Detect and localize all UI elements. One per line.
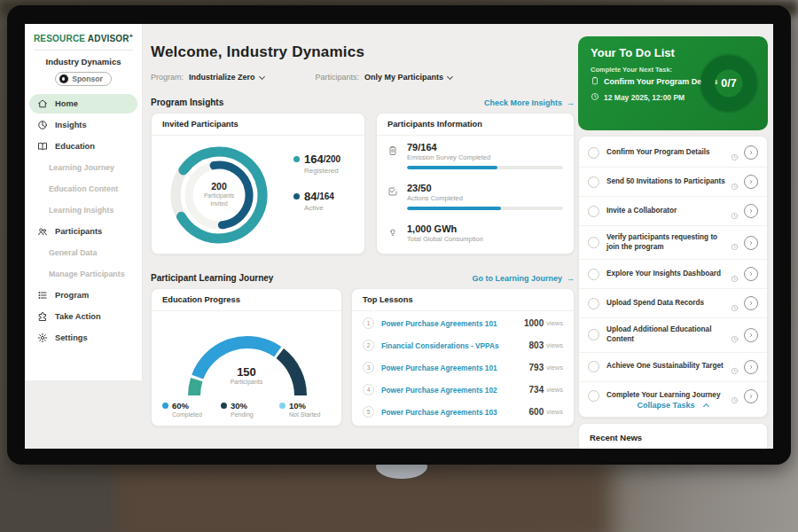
todo-due: 12 May 2025, 12:00 PM	[591, 92, 685, 103]
task-checkbox[interactable]	[588, 147, 599, 159]
task-checkbox[interactable]	[588, 269, 599, 280]
task-row[interactable]: Confirm Your Program Details	[579, 138, 767, 168]
collapse-tasks-label: Collapse Tasks	[638, 401, 695, 410]
task-row[interactable]: Send 50 Invitations to Participants	[579, 168, 767, 197]
participants-information-card: Participants Information 79/164 Emission…	[376, 113, 575, 254]
program-filter[interactable]: Industrialize Zero	[189, 73, 264, 82]
sidebar-item-manage-participants[interactable]: Manage Participants	[29, 264, 137, 284]
lesson-title-link[interactable]: Power Purchase Agreements 103	[381, 408, 529, 417]
sidebar-item-learning-insights[interactable]: Learning Insights	[29, 200, 137, 220]
lesson-views: 803	[529, 340, 544, 350]
task-label: Confirm Your Program Details	[606, 148, 731, 158]
legend-item: 30% Pending	[221, 401, 279, 418]
task-open-button[interactable]	[744, 204, 758, 218]
todo-tasks-card: Confirm Your Program Details Send 50 Inv…	[578, 136, 768, 418]
task-checkbox[interactable]	[588, 176, 599, 188]
task-due-icon	[731, 239, 739, 246]
lesson-title-link[interactable]: Power Purchase Agreements 101	[381, 319, 524, 328]
task-checkbox[interactable]	[588, 237, 599, 248]
task-row[interactable]: Upload Spend Data Records	[579, 289, 767, 318]
insights-icon	[37, 120, 48, 130]
task-label: Upload Spend Data Records	[606, 299, 731, 309]
sidebar-item-general-data[interactable]: General Data	[29, 243, 137, 262]
check-more-insights-label: Check More Insights	[484, 98, 562, 107]
gauge-legend: 60% Completed 30% Pending 10% Not Starte…	[162, 401, 338, 418]
lesson-views-suffix: views	[546, 364, 563, 372]
lesson-title-link[interactable]: Financial Considerations - VPPAs	[381, 341, 529, 350]
sidebar-nav: Home Insights Education Learning Journey…	[25, 94, 142, 348]
task-due-icon	[731, 149, 739, 157]
go-to-learning-journey-label: Go to Learning Journey	[472, 274, 562, 283]
legend-total: /164	[317, 192, 333, 201]
sidebar-item-education-content[interactable]: Education Content	[29, 179, 137, 199]
info-row: 23/50 Actions Completed	[387, 183, 565, 210]
top-lessons-list: 1 Power Purchase Agreements 101 1000 vie…	[352, 312, 574, 423]
recent-news-card: Recent News	[578, 423, 768, 449]
sidebar-item-education[interactable]: Education	[29, 137, 137, 156]
sidebar-item-settings[interactable]: Settings	[29, 328, 137, 348]
task-due-icon	[731, 207, 739, 215]
legend-dot	[221, 403, 227, 409]
lesson-rank: 1	[363, 317, 374, 329]
legend-value: 60%	[172, 401, 189, 411]
task-open-button[interactable]	[744, 175, 758, 189]
donut-center-label: 200 Participants Invited	[184, 181, 254, 207]
sidebar-item-insights[interactable]: Insights	[29, 115, 137, 135]
task-checkbox[interactable]	[588, 329, 599, 340]
sidebar-item-label: General Data	[49, 248, 97, 257]
task-row[interactable]: Upload Additional Educational Content	[579, 318, 767, 352]
sidebar-item-take-action[interactable]: Take Action	[29, 307, 137, 326]
participants-filter[interactable]: Only My Participants	[364, 73, 452, 82]
legend-item: 84 /164 Active	[293, 190, 340, 212]
lesson-views: 600	[529, 407, 544, 417]
task-checkbox[interactable]	[588, 298, 599, 309]
task-row[interactable]: Explore Your Insights Dashboard	[579, 260, 767, 289]
lesson-views-suffix: views	[546, 408, 563, 416]
chevron-down-icon	[447, 73, 453, 79]
page-title: Welcome, Industry Dynamics	[151, 43, 364, 61]
lesson-title-link[interactable]: Power Purchase Agreements 101	[381, 364, 529, 372]
task-label: Explore Your Insights Dashboard	[606, 270, 731, 279]
sidebar-item-label: Learning Journey	[49, 163, 114, 172]
legend-value: 164	[304, 153, 324, 166]
task-open-button[interactable]	[744, 236, 758, 250]
lesson-row: 4 Power Purchase Agreements 102 734 view…	[352, 379, 574, 401]
sponsor-badge[interactable]: Sponsor	[55, 72, 111, 86]
task-row[interactable]: Achieve One Sustainability Target	[579, 353, 767, 382]
lesson-views-suffix: views	[546, 386, 563, 394]
task-open-button[interactable]	[744, 296, 758, 310]
take-action-icon	[37, 311, 48, 322]
check-more-insights-link[interactable]: Check More Insights →	[484, 98, 575, 107]
task-due-icon	[731, 300, 739, 308]
task-row[interactable]: Invite a Collaborator	[579, 197, 767, 226]
task-open-button[interactable]	[744, 145, 758, 160]
education-progress-gauge	[173, 317, 322, 401]
learning-journey-header: Participant Learning Journey Go to Learn…	[151, 273, 575, 283]
task-open-button[interactable]	[744, 328, 758, 342]
gauge-caption: Participants	[152, 379, 341, 385]
go-to-learning-journey-link[interactable]: Go to Learning Journey →	[472, 274, 575, 283]
legend-dot	[279, 403, 286, 409]
sidebar-item-program[interactable]: Program	[29, 286, 137, 305]
task-checkbox[interactable]	[588, 206, 599, 217]
task-row[interactable]: Verify participants requesting to join t…	[579, 226, 767, 260]
task-open-button[interactable]	[744, 360, 758, 374]
task-label: Invite a Collaborator	[606, 207, 731, 216]
lesson-title-link[interactable]: Power Purchase Agreements 102	[381, 386, 529, 395]
monitor-bezel: RESOURCE ADVISOR+ Industry Dynamics Spon…	[7, 5, 791, 465]
task-open-button[interactable]	[744, 267, 758, 281]
legend-item: 10% Not Started	[279, 401, 338, 418]
task-checkbox[interactable]	[588, 361, 599, 372]
program-icon	[37, 290, 48, 301]
sidebar-item-home[interactable]: Home	[29, 94, 137, 113]
sidebar-item-label: Program	[55, 291, 89, 300]
logo-plus: +	[129, 33, 133, 39]
sidebar-item-learning-journey[interactable]: Learning Journey	[29, 158, 137, 177]
arrow-right-icon: →	[567, 274, 575, 283]
info-row: 1,000 GWh Total Global Consumption	[387, 223, 565, 243]
sidebar-item-participants[interactable]: Participants	[29, 222, 137, 241]
invited-total: 200	[184, 181, 254, 192]
invited-total-caption-2: Invited	[184, 200, 254, 207]
todo-summary-card: Your To Do List Complete Your Next Task:…	[578, 36, 768, 130]
collapse-tasks-link[interactable]: Collapse Tasks	[579, 401, 767, 410]
